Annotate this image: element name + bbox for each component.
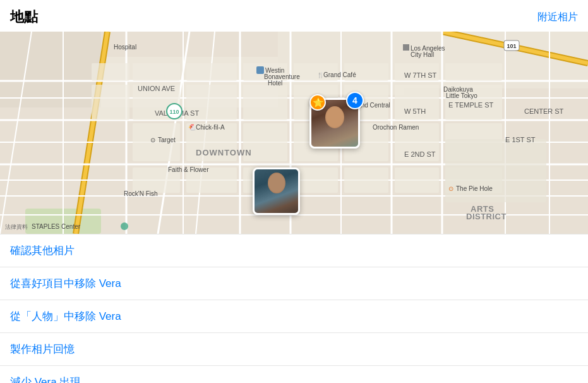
svg-text:⊙: ⊙: [150, 137, 155, 143]
action-item-label: 減少 Vera 出現: [10, 375, 81, 383]
svg-text:Grand Café: Grand Café: [323, 71, 356, 78]
cluster-badge[interactable]: 4: [346, 92, 364, 109]
svg-rect-38: [445, 63, 502, 81]
nearby-photos-link[interactable]: 附近相片: [537, 11, 578, 24]
action-item-label: 確認其他相片: [10, 243, 75, 258]
page-header: 地點 附近相片: [0, 0, 588, 32]
svg-text:E TEMPLE ST: E TEMPLE ST: [448, 101, 494, 109]
svg-rect-32: [133, 63, 180, 81]
svg-text:Orochon Ramen: Orochon Ramen: [373, 124, 419, 131]
action-list: 確認其他相片從喜好項目中移除 Vera從「人物」中移除 Vera製作相片回憶減少…: [0, 234, 588, 383]
svg-rect-58: [344, 167, 388, 193]
svg-rect-42: [243, 85, 287, 120]
map-container: Hospital Westin Bonaventure Hotel 🍴 Gran…: [0, 32, 588, 234]
svg-rect-57: [294, 167, 338, 193]
map-legal: 法律資料: [5, 223, 28, 231]
svg-text:E 2ND ST: E 2ND ST: [404, 150, 436, 158]
svg-text:Rock'N Fish: Rock'N Fish: [124, 190, 158, 197]
svg-text:110: 110: [169, 109, 179, 115]
svg-text:Faith & Flower: Faith & Flower: [168, 166, 209, 173]
svg-rect-59: [395, 167, 439, 193]
action-item[interactable]: 從喜好項目中移除 Vera: [0, 267, 588, 300]
svg-text:Hospital: Hospital: [114, 44, 136, 51]
svg-rect-69: [403, 44, 409, 51]
photo-pin-small[interactable]: [253, 167, 300, 215]
svg-text:W 7TH ST: W 7TH ST: [404, 71, 437, 79]
svg-rect-33: [186, 63, 237, 81]
svg-text:The Pie Hole: The Pie Hole: [456, 185, 493, 192]
action-item[interactable]: 製作相片回憶: [0, 333, 588, 366]
svg-rect-61: [445, 139, 546, 202]
action-item[interactable]: 確認其他相片: [0, 234, 588, 267]
svg-text:UNION AVE: UNION AVE: [138, 85, 175, 92]
action-item-label: 從「人物」中移除 Vera: [10, 309, 121, 324]
svg-text:DISTRICT: DISTRICT: [466, 212, 507, 221]
photo-star-badge: ⭐: [309, 94, 326, 111]
svg-text:Little Tokyo: Little Tokyo: [446, 92, 477, 99]
svg-text:W 5TH: W 5TH: [404, 107, 426, 115]
action-item-label: 從喜好項目中移除 Vera: [10, 276, 121, 291]
svg-text:⊙: ⊙: [448, 185, 453, 192]
svg-text:DOWNTOWN: DOWNTOWN: [196, 148, 252, 157]
action-item-label: 製作相片回憶: [10, 342, 75, 356]
action-item[interactable]: 從「人物」中移除 Vera: [0, 300, 588, 333]
svg-rect-63: [256, 66, 264, 74]
svg-text:Chick-fil-A: Chick-fil-A: [196, 124, 225, 131]
svg-text:City Hall: City Hall: [411, 51, 434, 58]
svg-text:CENTER ST: CENTER ST: [524, 107, 564, 115]
svg-point-90: [121, 222, 128, 230]
svg-rect-31: [92, 63, 129, 81]
page-title: 地點: [10, 8, 38, 27]
action-item[interactable]: 減少 Vera 出現: [0, 366, 588, 383]
svg-text:STAPLES Center: STAPLES Center: [32, 223, 81, 230]
svg-text:Hotel: Hotel: [268, 80, 282, 87]
svg-text:E 1ST ST: E 1ST ST: [505, 136, 536, 143]
svg-rect-39: [92, 85, 129, 120]
svg-text:Target: Target: [158, 137, 176, 143]
svg-rect-1: [0, 32, 101, 107]
svg-text:101: 101: [507, 43, 516, 49]
